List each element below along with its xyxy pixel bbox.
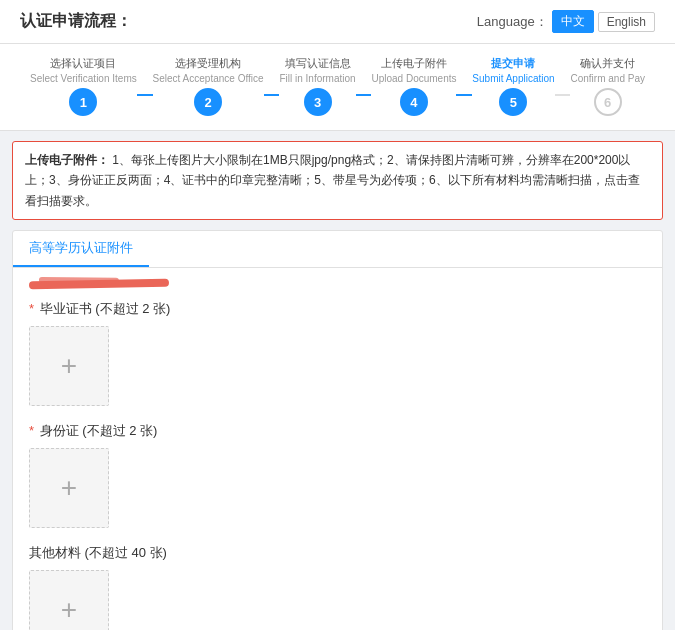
steps-container: 选择认证项目 Select Verification Items 1 选择受理机… (0, 44, 675, 131)
upload-label-diploma-text: 毕业证书 (不超过 2 张) (40, 301, 171, 316)
step-5-label-zh: 提交申请 (491, 56, 535, 71)
tab-higher-edu[interactable]: 高等学历认证附件 (13, 231, 149, 267)
step-6-label-en: Confirm and Pay (570, 73, 644, 84)
page-title: 认证申请流程： (20, 11, 132, 32)
header: 认证申请流程： Language： 中文 English (0, 0, 675, 44)
step-3-label-en: Fill in Information (279, 73, 355, 84)
plus-icon-diploma: + (61, 352, 77, 380)
notice-box: 上传电子附件： 1、每张上传图片大小限制在1MB只限jpg/png格式；2、请保… (12, 141, 663, 220)
step-5-label-en: Submit Application (472, 73, 554, 84)
required-star-diploma: * (29, 301, 34, 316)
plus-icon-id: + (61, 474, 77, 502)
upload-section-other: 其他材料 (不超过 40 张) + (29, 544, 646, 630)
lang-zh-button[interactable]: 中文 (552, 10, 594, 33)
upload-label-other-text: 其他材料 (不超过 40 张) (29, 545, 167, 560)
step-line-3 (356, 94, 372, 96)
upload-label-diploma: * 毕业证书 (不超过 2 张) (29, 300, 646, 318)
step-1-label-en: Select Verification Items (30, 73, 137, 84)
step-2: 选择受理机构 Select Acceptance Office 2 (153, 56, 264, 120)
tab-bar: 高等学历认证附件 (13, 231, 662, 268)
upload-box-diploma[interactable]: + (29, 326, 109, 406)
step-5: 提交申请 Submit Application 5 (472, 56, 554, 120)
notice-text: 上传电子附件： 1、每张上传图片大小限制在1MB只限jpg/png格式；2、请保… (25, 153, 640, 208)
steps-row: 选择认证项目 Select Verification Items 1 选择受理机… (20, 56, 655, 120)
step-1-label-zh: 选择认证项目 (50, 56, 116, 71)
step-4: 上传电子附件 Upload Documents 4 (371, 56, 456, 120)
plus-icon-other: + (61, 596, 77, 624)
notice-body: 1、每张上传图片大小限制在1MB只限jpg/png格式；2、请保持图片清晰可辨，… (25, 153, 640, 208)
step-2-label-zh: 选择受理机构 (175, 56, 241, 71)
step-3-circle: 3 (304, 88, 332, 116)
redacted-info (29, 279, 169, 289)
step-2-circle: 2 (194, 88, 222, 116)
language-label: Language： (477, 13, 548, 31)
step-line-4 (456, 94, 472, 96)
page-container: 认证申请流程： Language： 中文 English 选择认证项目 Sele… (0, 0, 675, 630)
upload-content: * 毕业证书 (不超过 2 张) + * 身份证 (不超过 2 张) + (13, 268, 662, 630)
required-star-id: * (29, 423, 34, 438)
step-4-label-zh: 上传电子附件 (381, 56, 447, 71)
step-6-circle: 6 (594, 88, 622, 116)
step-line-1 (137, 94, 153, 96)
upload-box-id[interactable]: + (29, 448, 109, 528)
upload-box-other[interactable]: + (29, 570, 109, 630)
upload-label-id-text: 身份证 (不超过 2 张) (40, 423, 158, 438)
step-5-circle: 5 (499, 88, 527, 116)
step-4-label-en: Upload Documents (371, 73, 456, 84)
tab-section: 高等学历认证附件 * 毕业证书 (不超过 2 张) + * 身份证 (不超过 2… (12, 230, 663, 630)
upload-section-id: * 身份证 (不超过 2 张) + (29, 422, 646, 528)
upload-label-id: * 身份证 (不超过 2 张) (29, 422, 646, 440)
step-3: 填写认证信息 Fill in Information 3 (279, 56, 355, 120)
step-2-label-en: Select Acceptance Office (153, 73, 264, 84)
language-switcher: Language： 中文 English (477, 10, 655, 33)
step-3-label-zh: 填写认证信息 (285, 56, 351, 71)
step-line-5 (555, 94, 571, 96)
step-4-circle: 4 (400, 88, 428, 116)
upload-label-other: 其他材料 (不超过 40 张) (29, 544, 646, 562)
step-6: 确认并支付 Confirm and Pay 6 (570, 56, 644, 120)
step-1-circle: 1 (69, 88, 97, 116)
step-1: 选择认证项目 Select Verification Items 1 (30, 56, 137, 120)
notice-title: 上传电子附件： (25, 153, 109, 167)
lang-en-button[interactable]: English (598, 12, 655, 32)
step-line-2 (264, 94, 280, 96)
step-6-label-zh: 确认并支付 (580, 56, 635, 71)
upload-section-diploma: * 毕业证书 (不超过 2 张) + (29, 300, 646, 406)
